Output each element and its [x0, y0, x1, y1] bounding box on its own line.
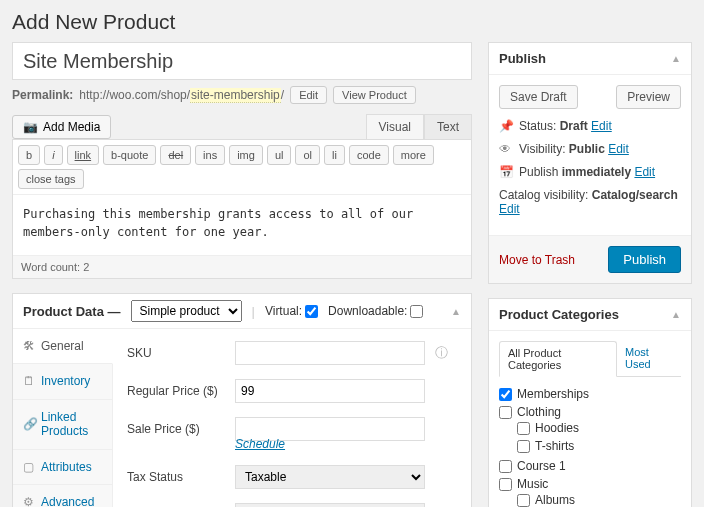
product-data-tabs: 🛠General 🗒Inventory 🔗Linked Products ▢At… — [13, 329, 113, 507]
qt-bquote[interactable]: b-quote — [103, 145, 156, 165]
publish-when: immediately — [562, 165, 631, 179]
general-panel: SKU ⓘ Regular Price ($) Sale Price ($) S… — [113, 329, 471, 507]
virtual-toggle[interactable]: Virtual: — [265, 304, 318, 318]
category-checkbox[interactable] — [499, 388, 512, 401]
category-label[interactable]: Hoodies — [517, 421, 681, 435]
category-name: Albums — [535, 493, 575, 507]
categories-title: Product Categories — [499, 307, 619, 322]
tab-advanced[interactable]: ⚙Advanced — [13, 485, 112, 507]
category-list: MembershipsClothingHoodiesT-shirtsCourse… — [499, 385, 681, 507]
editor-mode-tabs: Visual Text — [366, 114, 472, 139]
category-item: T-shirts — [517, 437, 681, 455]
downloadable-checkbox[interactable] — [410, 305, 423, 318]
qt-ol[interactable]: ol — [295, 145, 320, 165]
category-checkbox[interactable] — [499, 478, 512, 491]
tab-inventory[interactable]: 🗒Inventory — [13, 364, 112, 399]
category-label[interactable]: Memberships — [499, 387, 681, 401]
downloadable-toggle[interactable]: Downloadable: — [328, 304, 423, 318]
qt-link[interactable]: link — [67, 145, 100, 165]
category-checkbox[interactable] — [517, 422, 530, 435]
sale-price-label: Sale Price ($) — [127, 422, 225, 436]
tab-all-categories[interactable]: All Product Categories — [499, 341, 617, 377]
regular-price-input[interactable] — [235, 379, 425, 403]
tab-visual[interactable]: Visual — [366, 114, 424, 139]
qt-more[interactable]: more — [393, 145, 434, 165]
category-name: T-shirts — [535, 439, 574, 453]
camera-icon: 📷 — [23, 120, 38, 134]
status-value: Draft — [560, 119, 588, 133]
chevron-up-icon[interactable]: ▲ — [451, 306, 461, 317]
tab-general[interactable]: 🛠General — [13, 329, 113, 364]
edit-visibility-link[interactable]: Edit — [608, 142, 629, 156]
product-type-select[interactable]: Simple product — [131, 300, 242, 322]
category-name: Clothing — [517, 405, 561, 419]
qt-code[interactable]: code — [349, 145, 389, 165]
category-item: ClothingHoodiesT-shirts — [499, 403, 681, 457]
add-media-label: Add Media — [43, 120, 100, 134]
edit-status-link[interactable]: Edit — [591, 119, 612, 133]
save-draft-button[interactable]: Save Draft — [499, 85, 578, 109]
product-title-input[interactable] — [12, 42, 472, 80]
visibility-value: Public — [569, 142, 605, 156]
category-name: Hoodies — [535, 421, 579, 435]
word-count-value: 2 — [83, 261, 89, 273]
regular-price-label: Regular Price ($) — [127, 384, 225, 398]
category-label[interactable]: Music — [499, 477, 681, 491]
category-label[interactable]: Course 1 — [499, 459, 681, 473]
qt-li[interactable]: li — [324, 145, 345, 165]
content-editor[interactable]: Purchasing this membership grants access… — [13, 195, 471, 255]
virtual-checkbox[interactable] — [305, 305, 318, 318]
category-label[interactable]: Albums — [517, 493, 681, 507]
move-to-trash-link[interactable]: Move to Trash — [499, 253, 575, 267]
qt-close[interactable]: close tags — [18, 169, 84, 189]
category-name: Course 1 — [517, 459, 566, 473]
gear-icon: ⚙ — [23, 495, 35, 507]
category-item: MusicAlbumsSingles — [499, 475, 681, 507]
category-checkbox[interactable] — [517, 440, 530, 453]
category-checkbox[interactable] — [517, 494, 530, 507]
product-data-title: Product Data — [23, 304, 104, 319]
qt-i[interactable]: i — [44, 145, 62, 165]
add-media-button[interactable]: 📷 Add Media — [12, 115, 111, 139]
tab-linked-products[interactable]: 🔗Linked Products — [13, 400, 112, 450]
tax-status-select[interactable]: Taxable — [235, 465, 425, 489]
category-label[interactable]: Clothing — [499, 405, 681, 419]
sku-label: SKU — [127, 346, 225, 360]
publish-box: Publish ▲ Save Draft Preview 📌 Status: D… — [488, 42, 692, 284]
category-item: Hoodies — [517, 419, 681, 437]
publish-button[interactable]: Publish — [608, 246, 681, 273]
edit-catalog-link[interactable]: Edit — [499, 202, 520, 216]
qt-img[interactable]: img — [229, 145, 263, 165]
category-checkbox[interactable] — [499, 460, 512, 473]
chevron-up-icon[interactable]: ▲ — [671, 309, 681, 320]
page-title: Add New Product — [12, 10, 692, 34]
pin-icon: 📌 — [499, 119, 513, 133]
product-data-header: Product Data — Simple product | Virtual:… — [13, 294, 471, 329]
tab-text[interactable]: Text — [424, 114, 472, 139]
tax-class-select[interactable]: Standard — [235, 503, 425, 507]
chevron-up-icon[interactable]: ▲ — [671, 53, 681, 64]
preview-button[interactable]: Preview — [616, 85, 681, 109]
tag-icon: ▢ — [23, 460, 35, 474]
qt-b[interactable]: b — [18, 145, 40, 165]
qt-del[interactable]: del — [160, 145, 191, 165]
editor-status: Word count: 2 — [13, 255, 471, 278]
view-product-button[interactable]: View Product — [333, 86, 416, 104]
permalink-row: Permalink: http://woo.com/shop/site-memb… — [12, 86, 472, 104]
eye-icon: 👁 — [499, 142, 513, 156]
permalink-edit-button[interactable]: Edit — [290, 86, 327, 104]
qt-ul[interactable]: ul — [267, 145, 292, 165]
tab-most-used[interactable]: Most Used — [617, 341, 681, 376]
edit-publish-date-link[interactable]: Edit — [634, 165, 655, 179]
permalink-base: http://woo.com/shop/ — [79, 88, 190, 102]
category-item: Albums — [517, 491, 681, 507]
category-label[interactable]: T-shirts — [517, 439, 681, 453]
permalink-label: Permalink: — [12, 88, 73, 102]
category-item: Memberships — [499, 385, 681, 403]
help-icon[interactable]: ⓘ — [435, 344, 448, 362]
category-name: Music — [517, 477, 548, 491]
category-checkbox[interactable] — [499, 406, 512, 419]
qt-ins[interactable]: ins — [195, 145, 225, 165]
sku-input[interactable] — [235, 341, 425, 365]
tab-attributes[interactable]: ▢Attributes — [13, 450, 112, 485]
